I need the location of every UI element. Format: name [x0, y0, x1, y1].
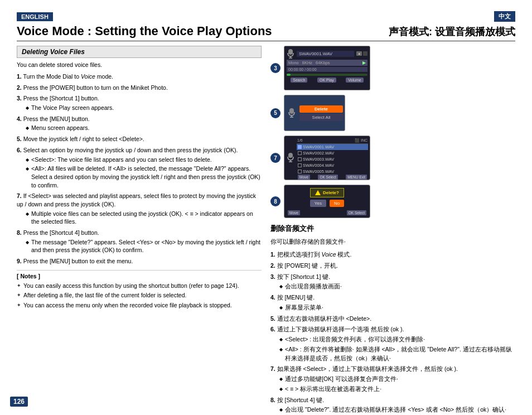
- ok-select-btn-7[interactable]: OK Select: [318, 175, 337, 180]
- main-title-row: Voice Mode : Setting the Voice Play Opti…: [17, 24, 515, 41]
- cn-step-7: 7. 如果选择 <Select>，通过上下拨动摇纵杆来选择文件，然后按 (ok …: [270, 365, 515, 393]
- mic-icon-7: [287, 153, 294, 163]
- intro-text-cn: 你可以删除存储的音频文件·: [270, 238, 515, 246]
- steps-list-en: 1. Turn the Mode Dial to Voice mode. 2. …: [17, 73, 262, 266]
- screenshot-row-3: 3 SWAV0001.WAV: [270, 46, 515, 90]
- note-2-en: After deleting a file, the last file of …: [17, 291, 262, 300]
- step-circle-8: 8: [270, 196, 280, 206]
- no-button[interactable]: No: [330, 200, 344, 207]
- intro-text-en: You can delete stored voice files.: [17, 61, 262, 68]
- step-circle-7: 7: [270, 153, 280, 163]
- cn-step-8: 8. 按 [Shortcut 4] 键. 会出现 "Delete?". 通过左右…: [270, 396, 515, 415]
- notes-title-en: [ Notes ]: [17, 273, 262, 279]
- right-column: 3 SWAV0001.WAV: [270, 46, 515, 415]
- file-item-2[interactable]: SWAV0002.WAV: [297, 150, 368, 156]
- delete-warning-text: Delete?: [323, 190, 339, 195]
- cn-step-2: 2. 按 [POWER] 键，开机.: [270, 262, 515, 271]
- step-9: 9. Press the [MENU] button to exit the m…: [17, 257, 262, 266]
- section-heading-en: Deleting Voice Files: [17, 46, 262, 58]
- device-screen-7: 1/6 ⬛ INC SWAV0001.WAV: [284, 136, 370, 180]
- filename-3: SWAV0001.WAV: [297, 51, 354, 57]
- ok-select-btn-8[interactable]: OK Select: [347, 210, 366, 215]
- signal-icon: [363, 51, 367, 56]
- step-5: 5. Move the joystick left / right to sel…: [17, 135, 262, 143]
- chinese-badge: 中文: [494, 11, 515, 22]
- cn-step-3: 3. 按下 [Shortcut 1] 键. 会出现音频播放画面·: [270, 273, 515, 292]
- play-btn-3[interactable]: OK Play: [317, 78, 336, 83]
- move-btn-8[interactable]: Move: [288, 210, 300, 215]
- audio-info-3: Mono 8KHz 64Kbps ▶: [287, 60, 367, 66]
- notes-section-en: [ Notes ] You can easily access this fun…: [17, 270, 262, 310]
- svg-rect-6: [288, 153, 293, 158]
- header-row: ENGLISH 中文: [17, 11, 515, 22]
- cn-step-6: 6. 通过上下拨动摇纵杆选择一个选项 然后按 (ok ). <Select> :…: [270, 325, 515, 363]
- page-title-en: Voice Mode : Setting the Voice Play Opti…: [17, 24, 378, 38]
- select-all-option[interactable]: Select All: [299, 114, 343, 121]
- screenshot-row-7: 7: [270, 136, 515, 180]
- content-row: Deleting Voice Files You can delete stor…: [17, 46, 515, 415]
- battery-icon: ■: [356, 51, 362, 56]
- mic-icon-5: [288, 108, 296, 119]
- screenshot-row-5: 5: [270, 95, 515, 131]
- warning-triangle-icon: [315, 190, 321, 195]
- page-title-cn: 声音模式: 设置音频播放模式: [389, 25, 515, 38]
- delete-confirm-box: Delete?: [310, 188, 344, 197]
- volume-btn-3[interactable]: Volume: [346, 78, 363, 83]
- section-heading-cn: 删除音频文件: [270, 223, 515, 235]
- step-1: 1. Turn the Mode Dial to Voice mode.: [17, 73, 262, 81]
- device-screen-5: Delete Select All: [284, 95, 345, 131]
- note-1-en: You can easily access this function by u…: [17, 282, 262, 290]
- step-4: 4. Press the [MENU] button. Menu screen …: [17, 115, 262, 132]
- device-screenshots: 3 SWAV0001.WAV: [270, 46, 515, 218]
- cn-step-1: 1. 把模式选项打到 Voice 模式.: [270, 250, 515, 259]
- menu-exit-btn-7[interactable]: MENU Exit: [346, 175, 367, 180]
- step-8: 8. Press the [Shortcut 4] button. The me…: [17, 229, 262, 254]
- device-screen-3: SWAV0001.WAV ■ Mono 8KHz: [284, 46, 370, 90]
- page-container: ENGLISH 中文 Voice Mode : Setting the Voic…: [0, 0, 532, 415]
- step-3: 3. Press the [Shortcut 1] button. The Vo…: [17, 94, 262, 112]
- step-circle-3: 3: [270, 63, 280, 73]
- file-item-5[interactable]: SWAV0005.WAV: [297, 168, 368, 175]
- svg-rect-0: [288, 49, 293, 55]
- english-badge: ENGLISH: [17, 12, 53, 21]
- mic-icon-3: [287, 49, 294, 59]
- progress-bar-3: [287, 74, 367, 76]
- delete-option[interactable]: Delete: [299, 105, 343, 113]
- step-2: 2. Press the [POWER] button to turn on t…: [17, 84, 262, 92]
- cn-step-4: 4. 按 [MENU] 键. 屏幕显示菜单·: [270, 293, 515, 312]
- time-bar-3: 00:00:00 / 00:00: [287, 67, 367, 72]
- yes-button[interactable]: Yes: [310, 200, 326, 207]
- left-column: Deleting Voice Files You can delete stor…: [17, 46, 262, 415]
- steps-list-cn: 1. 把模式选项打到 Voice 模式. 2. 按 [POWER] 键，开机. …: [270, 250, 515, 415]
- move-btn-7[interactable]: Move: [298, 175, 310, 180]
- step-6: 6. Select an option by moving the joysti…: [17, 146, 262, 189]
- note-3-en: You can access the menu only when the re…: [17, 301, 262, 310]
- search-btn-3[interactable]: Search: [291, 78, 307, 83]
- device-screen-8: Delete? Yes No Move OK Select: [284, 185, 370, 218]
- file-item-1[interactable]: SWAV0001.WAV: [297, 144, 368, 150]
- step-circle-5: 5: [270, 108, 280, 118]
- cn-step-5: 5. 通过左右拨动摇纵杆选中 <Delete>.: [270, 315, 515, 324]
- file-item-3[interactable]: SWAV0003.WAV: [297, 156, 368, 162]
- svg-rect-3: [289, 108, 294, 114]
- page-number: 126: [10, 397, 28, 407]
- step-7: 7. If <Select> was selected and playlist…: [17, 192, 262, 226]
- screenshot-row-8: 8 Delete? Yes No Mov: [270, 185, 515, 218]
- file-item-4[interactable]: SWAV0004.WAV: [297, 162, 368, 168]
